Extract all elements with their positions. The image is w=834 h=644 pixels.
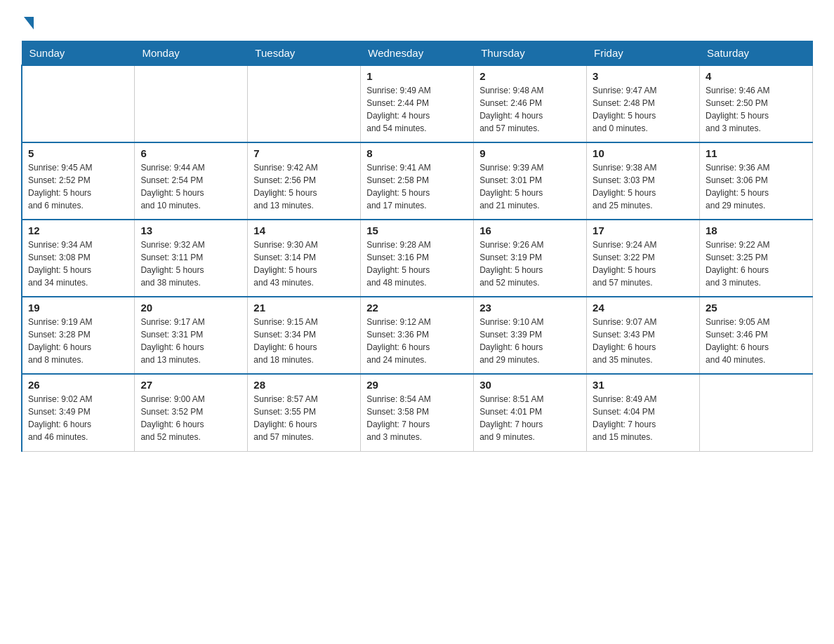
day-info: Sunrise: 9:19 AMSunset: 3:28 PMDaylight:… — [28, 316, 128, 366]
day-number: 2 — [479, 70, 581, 82]
day-info: Sunrise: 9:12 AMSunset: 3:36 PMDaylight:… — [366, 316, 468, 366]
calendar-cell — [248, 65, 361, 142]
calendar-cell: 29Sunrise: 8:54 AMSunset: 3:58 PMDayligh… — [361, 374, 474, 451]
col-header-wednesday: Wednesday — [361, 41, 474, 66]
day-number: 24 — [593, 302, 694, 314]
col-header-tuesday: Tuesday — [248, 41, 361, 66]
day-info: Sunrise: 9:00 AMSunset: 3:52 PMDaylight:… — [140, 393, 241, 443]
day-info: Sunrise: 8:51 AMSunset: 4:01 PMDaylight:… — [479, 393, 581, 443]
calendar-cell: 10Sunrise: 9:38 AMSunset: 3:03 PMDayligh… — [587, 142, 700, 220]
week-row-3: 12Sunrise: 9:34 AMSunset: 3:08 PMDayligh… — [22, 220, 813, 297]
calendar-cell: 28Sunrise: 8:57 AMSunset: 3:55 PMDayligh… — [248, 374, 361, 451]
day-number: 9 — [479, 147, 581, 159]
week-row-2: 5Sunrise: 9:45 AMSunset: 2:52 PMDaylight… — [22, 142, 813, 220]
calendar-cell — [700, 374, 813, 451]
day-number: 29 — [366, 379, 468, 391]
calendar-cell — [22, 65, 135, 142]
day-number: 7 — [253, 147, 355, 159]
day-info: Sunrise: 9:42 AMSunset: 2:56 PMDaylight:… — [253, 161, 355, 212]
calendar-cell: 22Sunrise: 9:12 AMSunset: 3:36 PMDayligh… — [361, 297, 474, 374]
calendar-cell: 13Sunrise: 9:32 AMSunset: 3:11 PMDayligh… — [135, 220, 248, 297]
day-info: Sunrise: 9:48 AMSunset: 2:46 PMDaylight:… — [479, 84, 581, 135]
day-info: Sunrise: 9:22 AMSunset: 3:25 PMDaylight:… — [706, 239, 807, 289]
logo-arrow-icon — [24, 17, 34, 29]
calendar-cell: 15Sunrise: 9:28 AMSunset: 3:16 PMDayligh… — [361, 220, 474, 297]
day-number: 8 — [366, 147, 468, 159]
day-info: Sunrise: 8:49 AMSunset: 4:04 PMDaylight:… — [593, 393, 694, 443]
day-info: Sunrise: 9:39 AMSunset: 3:01 PMDaylight:… — [479, 161, 581, 212]
day-info: Sunrise: 9:46 AMSunset: 2:50 PMDaylight:… — [706, 84, 807, 135]
day-info: Sunrise: 9:17 AMSunset: 3:31 PMDaylight:… — [140, 316, 241, 366]
calendar-cell: 20Sunrise: 9:17 AMSunset: 3:31 PMDayligh… — [135, 297, 248, 374]
day-number: 1 — [366, 70, 468, 82]
calendar-cell: 31Sunrise: 8:49 AMSunset: 4:04 PMDayligh… — [587, 374, 700, 451]
col-header-sunday: Sunday — [22, 41, 135, 66]
day-info: Sunrise: 9:28 AMSunset: 3:16 PMDaylight:… — [366, 239, 468, 289]
calendar-cell: 23Sunrise: 9:10 AMSunset: 3:39 PMDayligh… — [474, 297, 587, 374]
calendar-cell: 24Sunrise: 9:07 AMSunset: 3:43 PMDayligh… — [587, 297, 700, 374]
calendar-cell: 25Sunrise: 9:05 AMSunset: 3:46 PMDayligh… — [700, 297, 813, 374]
logo — [21, 14, 34, 28]
day-info: Sunrise: 9:36 AMSunset: 3:06 PMDaylight:… — [706, 161, 807, 212]
day-number: 27 — [140, 379, 241, 391]
day-number: 10 — [593, 147, 694, 159]
day-info: Sunrise: 9:10 AMSunset: 3:39 PMDaylight:… — [479, 316, 581, 366]
calendar-cell: 27Sunrise: 9:00 AMSunset: 3:52 PMDayligh… — [135, 374, 248, 451]
day-info: Sunrise: 9:47 AMSunset: 2:48 PMDaylight:… — [593, 84, 694, 135]
day-info: Sunrise: 9:30 AMSunset: 3:14 PMDaylight:… — [253, 239, 355, 289]
day-number: 14 — [253, 224, 355, 236]
day-number: 23 — [479, 302, 581, 314]
day-number: 20 — [140, 302, 241, 314]
calendar-cell: 4Sunrise: 9:46 AMSunset: 2:50 PMDaylight… — [700, 65, 813, 142]
calendar-cell: 5Sunrise: 9:45 AMSunset: 2:52 PMDaylight… — [22, 142, 135, 220]
calendar-cell: 11Sunrise: 9:36 AMSunset: 3:06 PMDayligh… — [700, 142, 813, 220]
calendar-table: SundayMondayTuesdayWednesdayThursdayFrid… — [21, 41, 813, 452]
day-info: Sunrise: 9:41 AMSunset: 2:58 PMDaylight:… — [366, 161, 468, 212]
day-number: 31 — [593, 379, 694, 391]
day-info: Sunrise: 9:07 AMSunset: 3:43 PMDaylight:… — [593, 316, 694, 366]
calendar-cell: 14Sunrise: 9:30 AMSunset: 3:14 PMDayligh… — [248, 220, 361, 297]
col-header-thursday: Thursday — [474, 41, 587, 66]
day-info: Sunrise: 9:24 AMSunset: 3:22 PMDaylight:… — [593, 239, 694, 289]
day-number: 3 — [593, 70, 694, 82]
day-number: 16 — [479, 224, 581, 236]
day-number: 5 — [28, 147, 128, 159]
day-info: Sunrise: 9:05 AMSunset: 3:46 PMDaylight:… — [706, 316, 807, 366]
day-info: Sunrise: 9:44 AMSunset: 2:54 PMDaylight:… — [140, 161, 241, 212]
day-number: 21 — [253, 302, 355, 314]
day-number: 6 — [140, 147, 241, 159]
calendar-cell: 30Sunrise: 8:51 AMSunset: 4:01 PMDayligh… — [474, 374, 587, 451]
calendar-cell: 12Sunrise: 9:34 AMSunset: 3:08 PMDayligh… — [22, 220, 135, 297]
day-number: 18 — [706, 224, 807, 236]
week-row-5: 26Sunrise: 9:02 AMSunset: 3:49 PMDayligh… — [22, 374, 813, 451]
day-number: 17 — [593, 224, 694, 236]
day-info: Sunrise: 8:57 AMSunset: 3:55 PMDaylight:… — [253, 393, 355, 443]
day-info: Sunrise: 8:54 AMSunset: 3:58 PMDaylight:… — [366, 393, 468, 443]
col-header-saturday: Saturday — [700, 41, 813, 66]
day-info: Sunrise: 9:02 AMSunset: 3:49 PMDaylight:… — [28, 393, 128, 443]
day-info: Sunrise: 9:34 AMSunset: 3:08 PMDaylight:… — [28, 239, 128, 289]
calendar-cell: 21Sunrise: 9:15 AMSunset: 3:34 PMDayligh… — [248, 297, 361, 374]
day-number: 11 — [706, 147, 807, 159]
calendar-cell: 1Sunrise: 9:49 AMSunset: 2:44 PMDaylight… — [361, 65, 474, 142]
day-number: 12 — [28, 224, 128, 236]
calendar-cell: 3Sunrise: 9:47 AMSunset: 2:48 PMDaylight… — [587, 65, 700, 142]
calendar-cell: 26Sunrise: 9:02 AMSunset: 3:49 PMDayligh… — [22, 374, 135, 451]
day-number: 26 — [28, 379, 128, 391]
calendar-cell: 2Sunrise: 9:48 AMSunset: 2:46 PMDaylight… — [474, 65, 587, 142]
day-number: 15 — [366, 224, 468, 236]
day-number: 4 — [706, 70, 807, 82]
header-row: SundayMondayTuesdayWednesdayThursdayFrid… — [22, 41, 813, 66]
page-header — [21, 14, 813, 28]
day-number: 25 — [706, 302, 807, 314]
day-info: Sunrise: 9:45 AMSunset: 2:52 PMDaylight:… — [28, 161, 128, 212]
day-info: Sunrise: 9:32 AMSunset: 3:11 PMDaylight:… — [140, 239, 241, 289]
day-info: Sunrise: 9:26 AMSunset: 3:19 PMDaylight:… — [479, 239, 581, 289]
day-number: 19 — [28, 302, 128, 314]
day-number: 22 — [366, 302, 468, 314]
calendar-cell: 6Sunrise: 9:44 AMSunset: 2:54 PMDaylight… — [135, 142, 248, 220]
calendar-cell: 17Sunrise: 9:24 AMSunset: 3:22 PMDayligh… — [587, 220, 700, 297]
calendar-cell: 8Sunrise: 9:41 AMSunset: 2:58 PMDaylight… — [361, 142, 474, 220]
col-header-monday: Monday — [135, 41, 248, 66]
week-row-1: 1Sunrise: 9:49 AMSunset: 2:44 PMDaylight… — [22, 65, 813, 142]
